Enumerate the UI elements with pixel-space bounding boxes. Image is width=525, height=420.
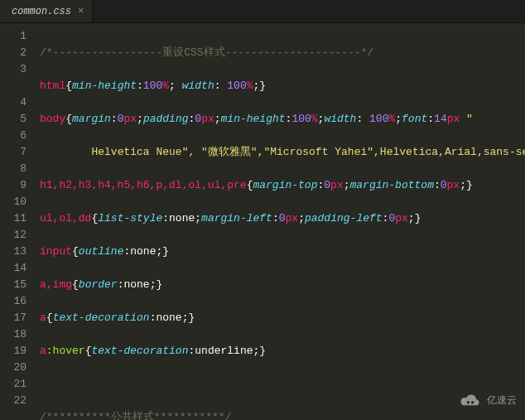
line-number: 11 bbox=[5, 210, 26, 227]
line-number: 22 bbox=[5, 393, 26, 409]
line-number: 17 bbox=[5, 310, 26, 326]
line-number: 5 bbox=[5, 111, 26, 128]
code-comment: /*-----------------重设CSS样式--------------… bbox=[40, 46, 373, 59]
file-tab[interactable]: common.css × bbox=[0, 0, 93, 22]
editor: 1234567891011121314151617181920212223 /*… bbox=[0, 23, 525, 420]
watermark: 亿速云 bbox=[459, 389, 517, 412]
line-number: 19 bbox=[5, 343, 26, 360]
line-number: 8 bbox=[5, 161, 26, 177]
svg-point-1 bbox=[471, 401, 474, 404]
line-number-gutter: 1234567891011121314151617181920212223 bbox=[0, 23, 36, 420]
line-number: 1 bbox=[5, 28, 26, 45]
line-number: 2 bbox=[5, 45, 26, 61]
line-number: 10 bbox=[5, 194, 26, 210]
line-number: 14 bbox=[5, 260, 26, 277]
line-number bbox=[5, 409, 26, 420]
tab-filename: common.css bbox=[12, 6, 71, 17]
line-number: 18 bbox=[5, 326, 26, 343]
line-number: 21 bbox=[5, 376, 26, 393]
svg-point-0 bbox=[467, 401, 470, 404]
cloud-icon bbox=[459, 389, 482, 412]
watermark-text: 亿速云 bbox=[487, 393, 517, 408]
line-number: 13 bbox=[5, 244, 26, 260]
code-area[interactable]: /*-----------------重设CSS样式--------------… bbox=[36, 23, 525, 420]
line-number: 6 bbox=[5, 128, 26, 144]
line-number: 3 bbox=[5, 61, 26, 78]
line-number: 16 bbox=[5, 293, 26, 310]
line-number bbox=[5, 78, 26, 94]
line-number: 12 bbox=[5, 227, 26, 244]
line-number: 15 bbox=[5, 277, 26, 293]
close-icon[interactable]: × bbox=[78, 6, 84, 17]
line-number: 9 bbox=[5, 177, 26, 194]
tab-bar: common.css × bbox=[0, 0, 525, 23]
line-number: 20 bbox=[5, 360, 26, 376]
line-number: 7 bbox=[5, 144, 26, 161]
line-number: 4 bbox=[5, 94, 26, 111]
